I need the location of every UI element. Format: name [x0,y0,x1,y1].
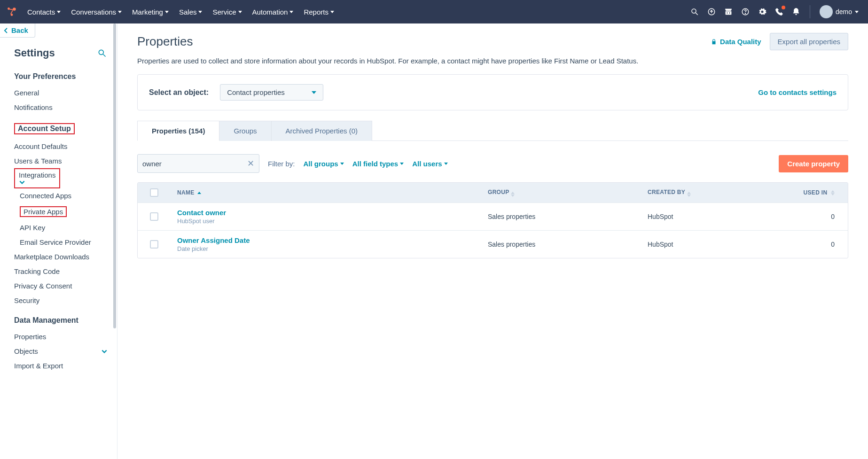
nav-service[interactable]: Service [212,5,242,19]
marketplace-icon[interactable] [724,8,733,16]
sidebar-item-properties[interactable]: Properties [14,329,117,344]
row-group: Sales properties [481,235,641,254]
select-all-checkbox[interactable] [150,188,158,197]
sort-icon [511,192,515,197]
tab-groups[interactable]: Groups [219,121,271,141]
nav-automation[interactable]: Automation [252,5,294,19]
avatar-icon [820,5,833,18]
sidebar-item-marketplace-downloads[interactable]: Marketplace Downloads [14,249,117,264]
nav-contacts[interactable]: Contacts [27,5,61,19]
search-input[interactable] [142,160,247,168]
row-used-in: 0 [782,235,848,254]
export-all-button[interactable]: Export all properties [770,33,848,50]
svg-point-12 [99,50,103,54]
row-group: Sales properties [481,207,641,226]
sidebar-item-import-export[interactable]: Import & Export [14,358,117,373]
sidebar-item-api-key[interactable]: API Key [14,220,117,235]
chevron-down-icon [289,11,293,13]
row-used-in: 0 [782,207,848,226]
tab-archived[interactable]: Archived Properties (0) [272,121,372,141]
nav-sales[interactable]: Sales [179,5,203,19]
row-checkbox[interactable] [150,240,158,249]
filter-row: ✕ Filter by: All groups All field types … [137,154,848,173]
search-icon[interactable] [97,48,107,58]
sidebar-item-account-defaults[interactable]: Account Defaults [14,139,117,154]
back-button[interactable]: Back [0,23,35,38]
sidebar-section-preferences: Your Preferences General Notifications [0,64,117,115]
table-row: Owner Assigned Date Date picker Sales pr… [138,230,848,258]
tabs: Properties (154) Groups Archived Propert… [137,121,848,141]
bell-icon[interactable] [792,8,800,16]
nav-reports[interactable]: Reports [304,5,334,19]
svg-rect-3 [9,9,13,10]
property-type: HubSpot user [177,218,226,225]
sidebar-item-security[interactable]: Security [14,293,117,308]
row-checkbox[interactable] [150,212,158,221]
sidebar-item-general[interactable]: General [14,86,117,100]
sidebar-item-integrations[interactable]: Integrations [14,168,60,188]
sidebar-item-connected-apps[interactable]: Connected Apps [14,188,117,203]
col-used-in[interactable]: USED IN [782,184,848,202]
col-name[interactable]: NAME [171,184,481,202]
col-group[interactable]: GROUP [481,183,641,202]
user-label: demo [836,8,852,16]
integrations-submenu: Connected Apps Private Apps API Key Emai… [14,188,117,249]
create-property-button[interactable]: Create property [779,155,848,172]
chevron-down-icon [19,179,25,186]
svg-rect-8 [727,12,727,14]
notification-dot-icon [782,6,785,9]
search-icon[interactable] [690,8,699,16]
filter-field-types[interactable]: All field types [352,160,404,168]
data-quality-link[interactable]: Data Quality [711,38,761,46]
filter-by-label: Filter by: [268,160,295,168]
clear-search-icon[interactable]: ✕ [247,158,254,169]
sidebar-item-privacy-consent[interactable]: Privacy & Consent [14,279,117,293]
chevron-down-icon [118,11,122,13]
nav-marketing[interactable]: Marketing [132,5,169,19]
chevron-down-icon [855,11,859,13]
chevron-down-icon [340,163,344,165]
filter-users[interactable]: All users [412,160,447,168]
chevron-down-icon [165,11,169,13]
nav-conversations[interactable]: Conversations [71,5,122,19]
search-input-wrapper: ✕ [137,154,259,173]
chevron-left-icon [4,28,8,33]
object-select[interactable]: Contact properties [220,84,323,101]
upgrade-icon[interactable] [707,8,716,16]
property-name-link[interactable]: Owner Assigned Date [177,236,250,244]
property-name-link[interactable]: Contact owner [177,209,226,217]
col-created-by[interactable]: CREATED BY [641,183,782,202]
sidebar-item-private-apps[interactable]: Private Apps [14,203,117,220]
svg-point-11 [745,13,745,14]
hubspot-logo-icon[interactable] [5,5,19,19]
scrollbar-thumb[interactable] [113,23,116,328]
svg-rect-9 [729,12,730,14]
sidebar-item-tracking-code[interactable]: Tracking Code [14,264,117,279]
sidebar-item-notifications[interactable]: Notifications [14,100,117,115]
row-created-by: HubSpot [641,235,782,254]
sort-asc-icon [197,192,201,194]
phone-icon[interactable] [775,8,783,16]
table-row: Contact owner HubSpot user Sales propert… [138,202,848,230]
select-object-panel: Select an object: Contact properties Go … [137,74,848,110]
chevron-down-icon [330,11,334,13]
sidebar-section-account-setup: Account Setup Account Defaults Users & T… [0,115,117,308]
sidebar-item-users-teams[interactable]: Users & Teams [14,154,117,168]
filter-groups[interactable]: All groups [304,160,344,168]
user-menu[interactable]: demo [820,5,859,18]
sidebar-item-objects[interactable]: Objects [14,344,117,358]
sort-icon [831,190,835,195]
top-nav: Contacts Conversations Marketing Sales S… [0,0,868,23]
chevron-down-icon [400,163,404,165]
lock-icon [711,39,717,45]
go-to-contacts-settings-link[interactable]: Go to contacts settings [758,88,837,96]
property-type: Date picker [177,245,250,252]
sidebar-item-email-service-provider[interactable]: Email Service Provider [14,235,117,249]
gear-icon[interactable] [758,8,766,16]
section-title-account-setup: Account Setup [14,123,75,134]
chevron-down-icon [312,91,316,94]
chevron-down-icon [57,11,61,13]
help-icon[interactable] [741,8,750,16]
tab-properties[interactable]: Properties (154) [137,121,219,141]
svg-line-6 [696,13,698,15]
